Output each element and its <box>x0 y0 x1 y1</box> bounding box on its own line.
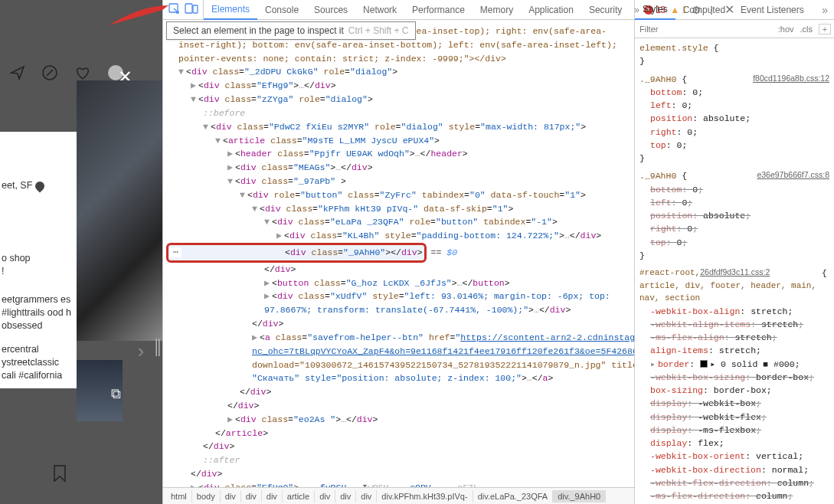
tab-memory[interactable]: Memory <box>473 0 521 19</box>
tab-elements[interactable]: Elements <box>204 1 257 20</box>
dom-breadcrumb[interactable]: htmlbodydivdivdivarticledivdivdivdiv.kPF… <box>163 487 634 504</box>
tab-sources[interactable]: Sources <box>306 0 355 19</box>
tab-application[interactable]: Application <box>521 0 581 19</box>
svg-rect-3 <box>185 4 192 13</box>
devtools-tabs: Elements Console Sources Network Perform… <box>163 0 634 20</box>
compass-icon[interactable] <box>41 64 58 83</box>
styles-filter-input[interactable] <box>635 23 775 35</box>
tab-styles[interactable]: Styles <box>635 1 675 20</box>
styles-rules[interactable]: element.style {} ._9AhH0 {f80cd1196a8b.c… <box>635 38 834 504</box>
styles-overflow-icon[interactable]: » <box>822 4 834 16</box>
location-pin-icon <box>33 179 46 192</box>
device-toolbar-icon[interactable] <box>185 2 198 17</box>
page-preview: ✕ ⧉ ••• eet, SF o shop! eetgrammers es #… <box>0 0 162 504</box>
tab-computed[interactable]: Computed <box>675 0 733 19</box>
pane-drag-handle[interactable]: ║ <box>153 339 162 356</box>
inspect-element-icon[interactable] <box>168 2 180 17</box>
svg-rect-4 <box>193 5 198 13</box>
inspect-tooltip: Select an element in the page to inspect… <box>166 21 416 40</box>
tab-security[interactable]: Security <box>581 0 630 19</box>
post-caption-fragment: eet, SF o shop! eetgrammers es #lighttra… <box>0 132 77 388</box>
tab-console[interactable]: Console <box>257 0 306 19</box>
tab-network[interactable]: Network <box>355 0 404 19</box>
next-arrow-icon[interactable]: › <box>135 341 147 364</box>
post-image <box>77 80 162 341</box>
new-rule-button[interactable]: + <box>819 24 831 34</box>
multi-post-icon: ⧉ <box>111 387 121 402</box>
send-icon[interactable] <box>9 64 26 83</box>
styles-tabs: Styles Computed Event Listeners » <box>635 0 834 20</box>
dom-tree[interactable]: <div style="position: fixed; top: env(sa… <box>163 20 634 487</box>
bookmark-icon[interactable] <box>52 464 67 485</box>
cls-toggle[interactable]: .cls <box>797 23 816 35</box>
tab-performance[interactable]: Performance <box>404 0 473 19</box>
selected-dom-node[interactable]: ⋯ <div class="_9AhH0"></div>== $0 <box>166 243 631 263</box>
tab-event-listeners[interactable]: Event Listeners <box>733 0 812 19</box>
hov-toggle[interactable]: :hov <box>775 23 797 35</box>
